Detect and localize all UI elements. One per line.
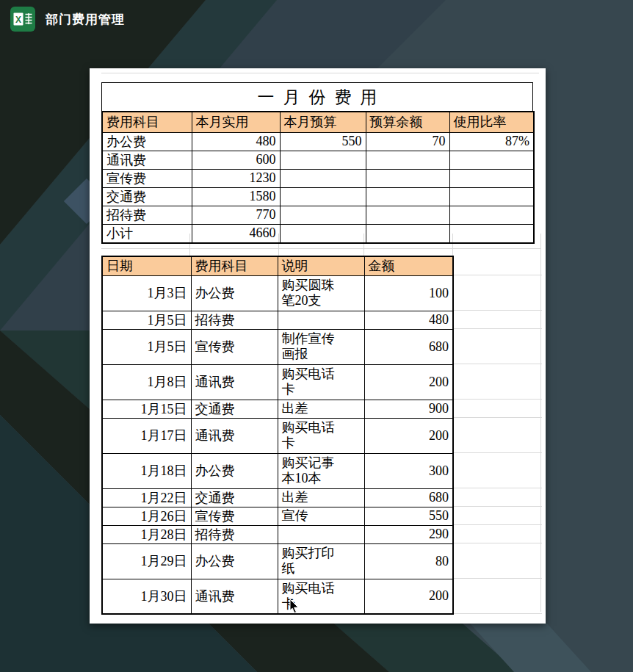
cell-category[interactable]: 通讯费 (102, 151, 192, 169)
cell-desc[interactable]: 购买电话 卡 (278, 418, 364, 453)
column-header[interactable]: 说明 (278, 256, 364, 275)
column-header[interactable]: 本月实用 (192, 112, 280, 132)
cell-category[interactable]: 办公费 (191, 275, 278, 311)
column-header[interactable]: 预算余额 (366, 112, 449, 132)
spreadsheet-panel: 一月份费用 费用科目本月实用本月预算预算余额使用比率 办公费4805507087… (90, 68, 546, 624)
cell-date[interactable]: 1月5日 (102, 311, 191, 329)
cell-date[interactable]: 1月30日 (102, 579, 191, 614)
table-row: 1月5日宣传费制作宣传 画报680 (102, 329, 453, 364)
cell-desc[interactable] (278, 311, 364, 329)
cell-category[interactable]: 交通费 (191, 400, 278, 418)
cell-date[interactable]: 1月22日 (102, 488, 191, 507)
cell-amount[interactable]: 200 (364, 364, 453, 400)
cell-amount[interactable]: 300 (364, 453, 453, 488)
cell-actual[interactable]: 480 (192, 132, 280, 151)
cell-budget[interactable] (280, 224, 366, 243)
cell-date[interactable]: 1月18日 (102, 453, 191, 488)
gridline (101, 73, 539, 73)
cell-ratio[interactable] (449, 187, 534, 206)
gridline (454, 613, 542, 614)
column-header[interactable]: 费用科目 (191, 256, 278, 275)
cell-category[interactable]: 通讯费 (191, 364, 278, 400)
cell-actual[interactable]: 770 (192, 206, 280, 224)
cell-remain[interactable] (366, 151, 449, 169)
cell-category[interactable]: 办公费 (102, 132, 192, 151)
cell-remain[interactable]: 70 (366, 132, 449, 151)
gridline (454, 578, 542, 579)
gridline (454, 417, 542, 418)
cell-budget[interactable] (280, 206, 366, 224)
gridline (454, 488, 542, 488)
cell-budget[interactable] (280, 151, 366, 169)
cell-date[interactable]: 1月3日 (102, 275, 191, 311)
table-row: 1月5日招待费480 (102, 311, 453, 329)
cell-desc[interactable]: 出差 (278, 400, 364, 418)
cell-actual[interactable]: 600 (192, 151, 280, 169)
cell-actual[interactable]: 4660 (192, 224, 280, 243)
table-row: 宣传费1230 (102, 169, 534, 187)
cell-ratio[interactable] (449, 206, 534, 224)
cell-category[interactable]: 招待费 (191, 311, 278, 329)
cell-actual[interactable]: 1230 (192, 169, 280, 187)
cell-actual[interactable]: 1580 (192, 187, 280, 206)
cell-amount[interactable]: 480 (364, 311, 453, 329)
cell-category[interactable]: 办公费 (191, 543, 278, 579)
gridline (454, 506, 542, 507)
cell-date[interactable]: 1月8日 (102, 364, 191, 400)
column-header[interactable]: 金额 (364, 256, 453, 275)
cell-desc[interactable]: 购买记事 本10本 (278, 453, 364, 488)
cell-desc[interactable] (278, 525, 364, 543)
cell-date[interactable]: 1月29日 (102, 543, 191, 579)
cell-desc[interactable]: 购买打印 纸 (278, 543, 364, 579)
cell-amount[interactable]: 200 (364, 418, 453, 453)
summary-table: 费用科目本月实用本月预算预算余额使用比率 办公费4805507087%通讯费60… (101, 111, 535, 244)
cell-category[interactable]: 宣传费 (191, 329, 278, 364)
cell-category[interactable]: 招待费 (191, 525, 278, 543)
cell-category[interactable]: 交通费 (102, 187, 192, 206)
cell-amount[interactable]: 900 (364, 400, 453, 418)
excel-icon: X (10, 7, 35, 32)
cell-remain[interactable] (366, 187, 449, 206)
cell-amount[interactable]: 680 (364, 329, 453, 364)
cell-date[interactable]: 1月17日 (102, 418, 191, 453)
cell-ratio[interactable] (449, 151, 534, 169)
cell-category[interactable]: 通讯费 (191, 418, 278, 453)
cell-remain[interactable] (366, 224, 449, 243)
cell-ratio[interactable]: 87% (449, 132, 534, 151)
cell-category[interactable]: 小计 (102, 224, 192, 243)
cell-desc[interactable]: 宣传 (278, 507, 364, 525)
cell-budget[interactable] (280, 187, 366, 206)
cell-amount[interactable]: 680 (364, 488, 453, 507)
cell-desc[interactable]: 出差 (278, 488, 364, 507)
cell-amount[interactable]: 290 (364, 525, 453, 543)
cell-date[interactable]: 1月26日 (102, 507, 191, 525)
cell-date[interactable]: 1月28日 (102, 525, 191, 543)
cell-budget[interactable] (280, 169, 366, 187)
cell-budget[interactable]: 550 (280, 132, 366, 151)
cell-desc[interactable]: 制作宣传 画报 (278, 329, 364, 364)
column-header[interactable]: 本月预算 (280, 112, 366, 132)
cell-ratio[interactable] (449, 169, 534, 187)
cell-amount[interactable]: 100 (364, 275, 453, 311)
cell-amount[interactable]: 200 (364, 579, 453, 614)
table-row: 1月22日交通费出差680 (102, 488, 453, 507)
cell-category[interactable]: 交通费 (191, 488, 278, 507)
cell-category[interactable]: 办公费 (191, 453, 278, 488)
column-header[interactable]: 日期 (102, 256, 191, 275)
cell-ratio[interactable] (449, 224, 534, 243)
cell-amount[interactable]: 550 (364, 507, 453, 525)
cell-category[interactable]: 招待费 (102, 206, 192, 224)
cell-remain[interactable] (366, 169, 449, 187)
cell-category[interactable]: 通讯费 (191, 579, 278, 614)
cell-date[interactable]: 1月15日 (102, 400, 191, 418)
cell-desc[interactable]: 购买圆珠 笔20支 (278, 275, 364, 311)
cell-category[interactable]: 宣传费 (191, 507, 278, 525)
table-row: 1月3日办公费购买圆珠 笔20支100 (102, 275, 453, 311)
cell-desc[interactable]: 购买电话 卡 (278, 364, 364, 400)
cell-remain[interactable] (366, 206, 449, 224)
cell-category[interactable]: 宣传费 (102, 169, 192, 187)
cell-date[interactable]: 1月5日 (102, 329, 191, 364)
column-header[interactable]: 费用科目 (102, 112, 192, 132)
column-header[interactable]: 使用比率 (449, 112, 534, 132)
cell-amount[interactable]: 80 (364, 543, 453, 579)
